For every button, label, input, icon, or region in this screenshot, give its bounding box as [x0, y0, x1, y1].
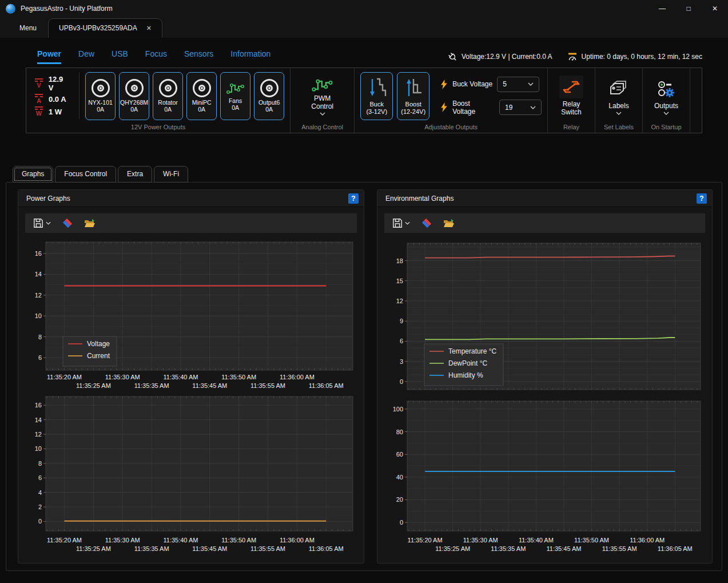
- boost-step-up-icon: [404, 77, 423, 98]
- svg-text:11:36:05 AM: 11:36:05 AM: [309, 545, 344, 552]
- tab-usb[interactable]: USB: [112, 49, 128, 64]
- power-socket-icon: [92, 79, 110, 97]
- device-tab[interactable]: UPBv3-UPBv325259ADA ✕: [48, 18, 162, 38]
- document-tabstrip: Menu UPBv3-UPBv325259ADA ✕: [0, 17, 728, 38]
- save-floppy-icon: [392, 218, 403, 228]
- power-output-button-4[interactable]: MiniPC0A: [186, 72, 217, 120]
- power-output-button-2[interactable]: QHY268M0A: [119, 72, 149, 120]
- svg-text:4: 4: [38, 489, 42, 496]
- power-ribbon: V 12.9 V A 0.0 A W 1 W NYX-1010A: [26, 68, 702, 133]
- outputs-gear-icon: [657, 80, 676, 97]
- svg-text:11:35:50 AM: 11:35:50 AM: [221, 537, 256, 544]
- tab-graphs[interactable]: Graphs: [13, 166, 53, 183]
- relay-switch-icon: [562, 80, 580, 94]
- help-button[interactable]: ?: [697, 193, 707, 204]
- buck-voltage-select[interactable]: 5: [497, 77, 539, 92]
- ribbon-filler: [690, 68, 702, 133]
- power-socket-icon: [260, 79, 279, 97]
- voltage-reading: V 12.9 V: [34, 75, 70, 92]
- svg-text:11:35:25 AM: 11:35:25 AM: [435, 545, 470, 552]
- clear-graph-button[interactable]: [62, 218, 73, 228]
- group-caption: Relay: [548, 124, 595, 130]
- group-set-labels: Labels Set Labels: [595, 68, 643, 133]
- save-graph-button[interactable]: [392, 218, 410, 228]
- svg-text:Voltage: Voltage: [87, 340, 110, 348]
- buck-button[interactable]: Buck(3-12V): [360, 72, 393, 120]
- svg-text:11:36:05 AM: 11:36:05 AM: [658, 545, 693, 552]
- chevron-down-icon: [616, 112, 622, 115]
- chevron-down-icon: [663, 112, 669, 115]
- group-caption: On Startup: [643, 124, 690, 130]
- lower-tabstrip: Graphs Focus Control Extra Wi-Fi: [13, 166, 728, 182]
- svg-text:6: 6: [400, 338, 403, 344]
- current-chart: 024681012141611:35:20 AM11:35:25 AM11:35…: [25, 392, 357, 555]
- svg-text:11:35:20 AM: 11:35:20 AM: [408, 537, 443, 544]
- power-graphs-panel: Power Graphs ?: [18, 189, 364, 564]
- minimize-button[interactable]: —: [649, 0, 675, 17]
- clear-graph-button[interactable]: [421, 218, 432, 228]
- buck-voltage-label: Buck Voltage: [452, 80, 492, 88]
- tab-extra[interactable]: Extra: [118, 166, 152, 183]
- svg-text:11:35:40 AM: 11:35:40 AM: [163, 374, 198, 380]
- temperature-dewpoint-chart: 0369121518Temperature °CDewPoint °CHumid…: [384, 237, 705, 398]
- pwm-wave-icon: [226, 81, 245, 96]
- nav-row: Power Dew USB Focus Sensors Information …: [0, 38, 728, 64]
- tab-wifi[interactable]: Wi-Fi: [154, 166, 188, 183]
- tab-power[interactable]: Power: [37, 49, 61, 64]
- boost-button[interactable]: Boost(12-24V): [397, 72, 429, 120]
- tab-focus[interactable]: Focus: [145, 49, 167, 64]
- svg-text:11:35:30 AM: 11:35:30 AM: [105, 374, 140, 380]
- help-button[interactable]: ?: [348, 193, 359, 204]
- svg-text:11:35:45 AM: 11:35:45 AM: [192, 545, 227, 552]
- menu-tab[interactable]: Menu: [8, 19, 48, 38]
- voltage-chart: 681012141611:35:20 AM11:35:25 AM11:35:30…: [25, 237, 357, 392]
- tab-dew[interactable]: Dew: [78, 49, 94, 64]
- power-output-button-6[interactable]: Output60A: [254, 72, 284, 120]
- tab-close-icon[interactable]: ✕: [146, 25, 152, 32]
- power-output-button-1[interactable]: NYX-1010A: [85, 72, 116, 120]
- svg-text:11:35:30 AM: 11:35:30 AM: [105, 537, 140, 544]
- svg-text:11:35:20 AM: 11:35:20 AM: [47, 374, 82, 380]
- svg-text:0: 0: [400, 378, 403, 385]
- environmental-graphs-panel: Environmental Graphs ?: [377, 189, 713, 564]
- maximize-button[interactable]: □: [675, 0, 702, 17]
- chevron-down-icon: [320, 112, 325, 116]
- close-button[interactable]: ✕: [702, 0, 728, 17]
- power-output-button-3[interactable]: Rotator0A: [153, 72, 183, 120]
- svg-text:3: 3: [400, 358, 403, 365]
- svg-text:8: 8: [38, 460, 42, 467]
- current-icon: A: [34, 94, 43, 104]
- power-output-button-fans[interactable]: Fans0A: [220, 72, 250, 120]
- open-graph-button[interactable]: [84, 219, 96, 228]
- svg-text:11:35:40 AM: 11:35:40 AM: [163, 537, 198, 544]
- open-graph-button[interactable]: [443, 219, 455, 228]
- svg-text:12: 12: [35, 431, 42, 438]
- power-readings: V 12.9 V A 0.0 A W 1 W: [32, 73, 79, 119]
- svg-text:11:36:00 AM: 11:36:00 AM: [280, 374, 315, 380]
- svg-text:11:35:40 AM: 11:35:40 AM: [519, 537, 554, 544]
- power-socket-icon: [125, 79, 144, 97]
- svg-text:0: 0: [400, 519, 403, 526]
- group-caption: Set Labels: [595, 124, 642, 130]
- outputs-startup-button[interactable]: Outputs: [649, 77, 684, 115]
- svg-text:10: 10: [35, 445, 42, 452]
- pwm-control-button[interactable]: PWM Control: [296, 77, 348, 116]
- svg-text:8: 8: [38, 334, 42, 340]
- tab-focus-control[interactable]: Focus Control: [55, 166, 116, 183]
- environmental-graphs-title: Environmental Graphs: [385, 195, 453, 203]
- power-graphs-header: Power Graphs ?: [18, 190, 364, 207]
- boost-voltage-select[interactable]: 19: [499, 100, 542, 115]
- tab-information[interactable]: Information: [230, 49, 270, 64]
- buck-step-down-icon: [367, 77, 387, 98]
- svg-text:10: 10: [35, 312, 42, 319]
- save-graph-button[interactable]: [33, 218, 51, 228]
- labels-button[interactable]: Labels: [601, 77, 636, 115]
- svg-text:80: 80: [396, 429, 403, 435]
- tab-sensors[interactable]: Sensors: [184, 49, 213, 64]
- svg-text:100: 100: [393, 406, 403, 413]
- watt-icon: W: [34, 106, 43, 117]
- svg-text:11:35:50 AM: 11:35:50 AM: [574, 537, 609, 544]
- relay-switch-button[interactable]: RelaySwitch: [554, 76, 589, 116]
- current-reading: A 0.0 A: [34, 94, 70, 104]
- svg-text:2: 2: [38, 503, 42, 510]
